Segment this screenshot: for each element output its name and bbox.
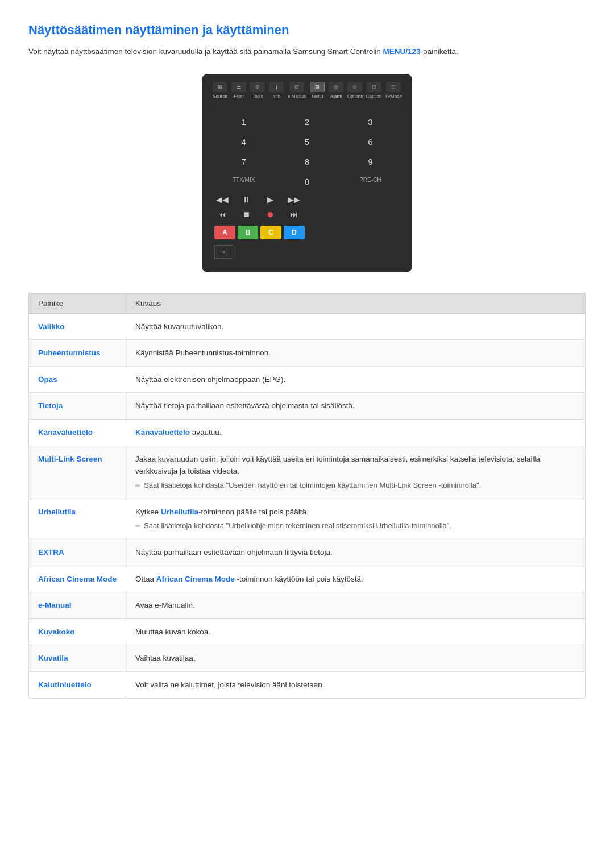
value-link: Kanavaluettelo [135, 428, 190, 437]
table-row-key: Puheentunnistus [29, 340, 126, 367]
table-row-key: Kuvatila [29, 645, 126, 672]
btn-ttxmix[interactable]: TTX/MIX [212, 172, 275, 192]
btn-alarm[interactable]: ◎ Alarm [328, 82, 344, 99]
btn-6[interactable]: 6 [339, 132, 402, 152]
btn-5[interactable]: 5 [275, 132, 338, 152]
btn-next[interactable]: ⏭ [286, 210, 302, 219]
btn-prev[interactable]: ⏮ [214, 210, 230, 219]
btn-caption[interactable]: ⊡ Caption [366, 82, 382, 99]
btn-2[interactable]: 2 [275, 112, 338, 132]
btn-tools[interactable]: ⚙ Tools [250, 82, 265, 99]
remote-control: ⊞ Source ☰ Filter ⚙ Tools i Info ⊡ e-Man… [202, 74, 412, 272]
btn-play[interactable]: ▶ [262, 195, 278, 204]
table-row-value: Muuttaa kuvan kokoa. [126, 618, 586, 645]
col-header-val: Kuvaus [126, 293, 586, 313]
table-row-key: Valikko [29, 313, 126, 340]
btn-options[interactable]: ⊙ Options [347, 82, 363, 99]
btn-0[interactable]: 0 [275, 172, 338, 192]
table-row-key: e-Manual [29, 592, 126, 619]
btn-info[interactable]: i Info [268, 82, 284, 99]
table-row-value: Näyttää parhaillaan esitettävään ohjelma… [126, 539, 586, 566]
btn-forward[interactable]: ▶▶ [286, 195, 302, 204]
table-row-value: Näyttää kuvaruutuvalikon. [126, 313, 586, 340]
remote-arrow-row: →| [212, 242, 402, 262]
intro-bold: MENU/123 [383, 47, 421, 56]
table-row-value: Ottaa African Cinema Mode -toiminnon käy… [126, 566, 586, 592]
col-header-key: Painike [29, 293, 126, 313]
table-row-key: Opas [29, 366, 126, 393]
btn-1[interactable]: 1 [212, 112, 275, 132]
table-row-value: Jakaa kuvaruudun osiin, jolloin voit käy… [126, 446, 586, 499]
table-row-value: Näyttää tietoja parhaillaan esitettäväst… [126, 393, 586, 420]
value-link: African Cinema Mode [156, 575, 235, 583]
remote-transport-row1: ◀◀ ⏸ ▶ ▶▶ [212, 192, 402, 207]
btn-color-d[interactable]: D [284, 226, 305, 239]
btn-stop[interactable]: ⏹ [238, 210, 254, 219]
value-link: Urheilutila [161, 508, 198, 516]
btn-arrow[interactable]: →| [214, 245, 233, 259]
table-row-key: Tietoja [29, 393, 126, 420]
btn-source[interactable]: ⊞ Source [212, 82, 228, 99]
intro-text-start: Voit näyttää näyttösäätimen television k… [28, 47, 383, 56]
btn-color-b[interactable]: B [238, 226, 259, 239]
remote-top-row: ⊞ Source ☰ Filter ⚙ Tools i Info ⊡ e-Man… [212, 82, 402, 105]
btn-menu[interactable]: ⊞ Menu [309, 82, 325, 99]
table-row-key: Kaiutinluettelo [29, 671, 126, 698]
table-row-value: Kytkee Urheilutila-toiminnon päälle tai … [126, 499, 586, 539]
btn-9[interactable]: 9 [339, 152, 402, 172]
table-row-key: EXTRA [29, 539, 126, 566]
remote-numpad: 1 2 3 4 5 6 7 8 9 TTX/MIX 0 PRE-CH [212, 112, 402, 192]
table-row-key: Urheilutila [29, 499, 126, 539]
table-row-value: Voit valita ne kaiuttimet, joista televi… [126, 671, 586, 698]
btn-tvmode[interactable]: ⊡ TVMode [385, 82, 402, 99]
page-title: Näyttösäätimen näyttäminen ja käyttämine… [28, 23, 586, 38]
btn-record[interactable]: ⏺ [262, 210, 278, 219]
btn-color-a[interactable]: A [214, 226, 235, 239]
table-row-key: Kuvakoko [29, 618, 126, 645]
btn-4[interactable]: 4 [212, 132, 275, 152]
table-row-value: Avaa e-Manualin. [126, 592, 586, 619]
table-row-value: Käynnistää Puheentunnistus-toiminnon. [126, 340, 586, 367]
remote-container: ⊞ Source ☰ Filter ⚙ Tools i Info ⊡ e-Man… [28, 74, 586, 272]
table-row-key: Kanavaluettelo [29, 419, 126, 446]
intro-paragraph: Voit näyttää näyttösäätimen television k… [28, 45, 586, 58]
table-row-value: Kanavaluettelo avautuu. [126, 419, 586, 446]
btn-7[interactable]: 7 [212, 152, 275, 172]
btn-filter[interactable]: ☰ Filter [231, 82, 247, 99]
btn-pause[interactable]: ⏸ [238, 195, 254, 204]
btn-emanual[interactable]: ⊡ e-Manual [288, 82, 306, 99]
intro-text-end: -painiketta. [421, 47, 458, 56]
remote-color-row: A B C D [212, 221, 402, 242]
table-row-key: African Cinema Mode [29, 566, 126, 592]
btn-3[interactable]: 3 [339, 112, 402, 132]
button-table: Painike Kuvaus ValikkoNäyttää kuvaruutuv… [28, 293, 586, 699]
btn-prech[interactable]: PRE-CH [339, 172, 402, 192]
table-row-value: Näyttää elektronisen ohjelmaoppaan (EPG)… [126, 366, 586, 393]
remote-transport-row2: ⏮ ⏹ ⏺ ⏭ [212, 207, 402, 221]
btn-color-c[interactable]: C [260, 226, 281, 239]
btn-rewind[interactable]: ◀◀ [214, 195, 230, 204]
table-row-key: Multi-Link Screen [29, 446, 126, 499]
btn-8[interactable]: 8 [275, 152, 338, 172]
note-line: Saat lisätietoja kohdasta "Urheiluohjelm… [135, 520, 576, 532]
table-row-value: Vaihtaa kuvatilaa. [126, 645, 586, 672]
note-line: Saat lisätietoja kohdasta "Useiden näytt… [135, 480, 576, 492]
